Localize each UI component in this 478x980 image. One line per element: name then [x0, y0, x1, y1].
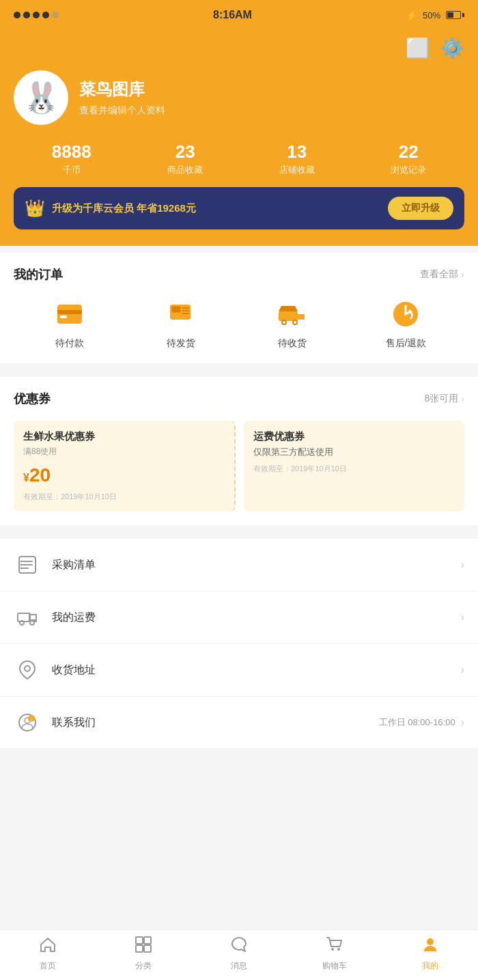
svg-point-42: [337, 948, 340, 951]
coupons-chevron-icon: ›: [461, 393, 464, 404]
chevron-icon: ›: [461, 269, 464, 280]
coupon-fresh-fruit[interactable]: 生鲜水果优惠券 满88使用 ¥20 有效期至：2019年10月10日: [14, 421, 236, 512]
svg-rect-2: [60, 316, 67, 318]
svg-rect-11: [298, 314, 305, 320]
coupon-1-validity: 有效期至：2019年10月10日: [23, 492, 225, 502]
message-icon: [230, 936, 248, 957]
home-label: 首页: [40, 960, 56, 972]
svg-rect-1: [57, 310, 82, 314]
shipping-fee-icon: [14, 604, 41, 631]
avatar[interactable]: 🐰: [14, 70, 68, 125]
svg-text:♪: ♪: [30, 716, 33, 723]
header-area: ⬜ ⚙️ 🐰 菜鸟图库 查看并编辑个人资料 8888 千币 23 商品收藏 13…: [0, 30, 478, 246]
shipping-fee-chevron: ›: [461, 611, 464, 624]
orders-view-all[interactable]: 查看全部 ›: [420, 268, 464, 281]
coupons-row: 生鲜水果优惠券 满88使用 ¥20 有效期至：2019年10月10日 运费优惠券…: [14, 421, 464, 512]
signal-dot-1: [14, 12, 20, 18]
nav-cart[interactable]: 购物车: [287, 936, 382, 972]
order-pending-ship[interactable]: 待发货: [163, 296, 199, 350]
battery-percent: 50%: [423, 10, 440, 20]
after-sale-icon: [388, 296, 423, 332]
svg-point-14: [283, 321, 285, 324]
stat-shop-number: 13: [279, 141, 315, 163]
signal-dot-2: [23, 12, 30, 18]
stat-browse-label: 浏览记录: [391, 164, 426, 176]
coupons-section: 优惠券 8张可用 › 生鲜水果优惠券 满88使用 ¥20 有效期至：2019年1…: [0, 377, 478, 525]
signal-indicators: [14, 12, 59, 18]
pending-receive-icon: [275, 296, 310, 332]
status-bar: 8:16AM ⚡ 50%: [0, 0, 478, 30]
mine-icon: [421, 936, 439, 957]
vip-upgrade-button[interactable]: 立即升级: [388, 197, 453, 220]
coupon-shipping[interactable]: 运费优惠券 仅限第三方配送使用 有效期至：2019年10月10日: [244, 421, 464, 512]
svg-rect-4: [171, 306, 181, 313]
mine-label: 我的: [422, 960, 438, 972]
orders-section: 我的订单 查看全部 › 待付款: [0, 253, 478, 363]
contact-us-icon: ♪: [14, 709, 41, 736]
svg-point-28: [30, 621, 34, 625]
coupon-2-desc: 仅限第三方配送使用: [253, 446, 455, 458]
cart-icon: [326, 936, 343, 957]
scan-icon[interactable]: ⬜: [406, 37, 430, 59]
delivery-address-icon: [14, 656, 41, 684]
vip-banner[interactable]: 👑 升级为千库云会员 年省19268元 立即升级: [14, 187, 464, 229]
profile-info: 菜鸟图库 查看并编辑个人资料: [79, 79, 165, 117]
svg-rect-25: [18, 613, 30, 621]
coupons-available[interactable]: 8张可用 ›: [425, 393, 464, 405]
purchase-list-text: 采购清单: [52, 558, 461, 572]
stat-shop-favorites[interactable]: 13 店铺收藏: [279, 141, 315, 176]
nav-category[interactable]: 分类: [96, 936, 191, 972]
pending-ship-icon: [163, 296, 199, 332]
menu-contact-us[interactable]: ♪ 联系我们 工作日 08:00-16:00 ›: [0, 697, 478, 749]
cart-label: 购物车: [322, 960, 347, 972]
bluetooth-icon: ⚡: [406, 10, 417, 20]
pending-ship-label: 待发货: [167, 337, 195, 350]
contact-us-chevron: ›: [461, 716, 464, 729]
vip-text: 升级为千库云会员 年省19268元: [52, 202, 196, 215]
menu-purchase-list[interactable]: 采购清单 ›: [0, 539, 478, 591]
divider-1: [0, 246, 478, 253]
pending-receive-label: 待收货: [278, 337, 307, 350]
message-label: 消息: [231, 960, 247, 972]
nav-mine[interactable]: 我的: [382, 936, 478, 972]
coupons-header: 优惠券 8张可用 ›: [14, 391, 464, 407]
nav-message[interactable]: 消息: [191, 936, 287, 972]
svg-point-32: [25, 666, 30, 671]
signal-dot-3: [33, 12, 40, 18]
nav-home[interactable]: 首页: [0, 936, 96, 972]
settings-icon[interactable]: ⚙️: [440, 37, 464, 59]
vip-left: 👑 升级为千库云会员 年省19268元: [25, 199, 196, 218]
order-pending-payment[interactable]: 待付款: [52, 296, 87, 350]
coupon-1-amount: ¥20: [23, 464, 225, 486]
profile-subtitle[interactable]: 查看并编辑个人资料: [79, 104, 165, 117]
stat-product-number: 23: [167, 141, 203, 163]
svg-point-27: [20, 621, 24, 625]
category-label: 分类: [135, 960, 152, 972]
coupon-1-title: 生鲜水果优惠券: [23, 430, 225, 443]
svg-point-22: [20, 561, 23, 563]
stat-browse-history[interactable]: 22 浏览记录: [391, 141, 426, 176]
svg-rect-38: [144, 937, 151, 944]
stat-browse-number: 22: [391, 141, 426, 163]
stat-coins[interactable]: 8888 千币: [52, 141, 92, 176]
delivery-address-chevron: ›: [461, 664, 464, 676]
contact-us-text: 联系我们: [52, 716, 379, 730]
orders-title: 我的订单: [14, 266, 63, 283]
svg-point-43: [427, 938, 434, 945]
menu-shipping-fee[interactable]: 我的运费 ›: [0, 591, 478, 644]
svg-rect-37: [136, 937, 143, 944]
status-time: 8:16AM: [213, 9, 252, 21]
delivery-address-text: 收货地址: [52, 663, 461, 677]
order-after-sale[interactable]: 售后/退款: [386, 296, 427, 350]
shipping-fee-text: 我的运费: [52, 611, 461, 625]
menu-delivery-address[interactable]: 收货地址 ›: [0, 644, 478, 697]
stat-product-favorites[interactable]: 23 商品收藏: [167, 141, 203, 176]
stat-product-label: 商品收藏: [167, 164, 203, 176]
order-pending-receive[interactable]: 待收货: [275, 296, 310, 350]
divider-2: [0, 370, 478, 377]
coupon-1-condition: 满88使用: [23, 446, 225, 458]
pending-payment-label: 待付款: [55, 337, 84, 350]
top-icons-row: ⬜ ⚙️: [14, 37, 464, 59]
orders-icons-row: 待付款 待发货: [14, 296, 464, 350]
stat-coins-label: 千币: [52, 164, 92, 176]
